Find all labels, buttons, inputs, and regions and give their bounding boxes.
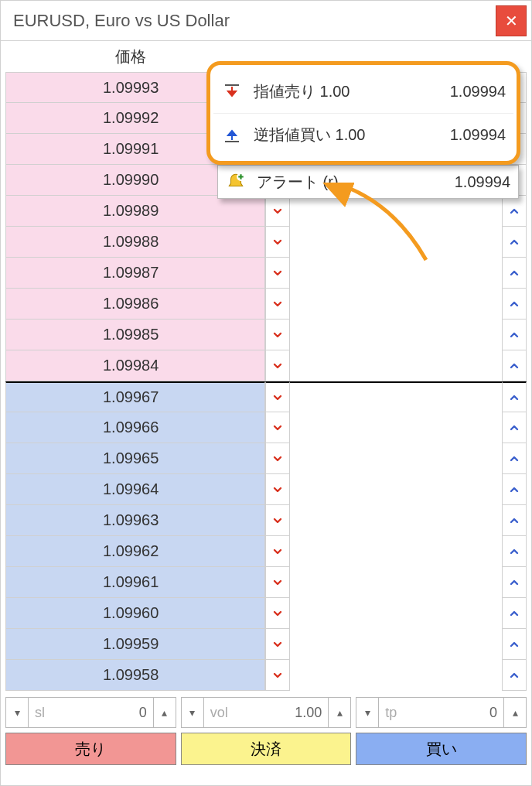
price-cell[interactable]: 1.09959 bbox=[5, 629, 265, 660]
svg-rect-2 bbox=[225, 141, 239, 142]
sl-spinner[interactable]: ▾ sl 0 ▴ bbox=[5, 697, 176, 728]
tp-value: 0 bbox=[489, 705, 497, 721]
price-up-button[interactable] bbox=[502, 412, 527, 443]
price-up-button[interactable] bbox=[502, 598, 527, 629]
alert-label: アラート (r) bbox=[257, 172, 422, 193]
sl-label: sl bbox=[35, 705, 45, 721]
price-down-button[interactable] bbox=[265, 660, 290, 691]
price-cell[interactable]: 1.09962 bbox=[5, 536, 265, 567]
tp-field[interactable]: tp 0 bbox=[379, 697, 503, 728]
price-cell[interactable]: 1.09988 bbox=[5, 227, 265, 258]
price-up-button[interactable] bbox=[502, 258, 527, 289]
price-up-button[interactable] bbox=[502, 350, 527, 381]
price-cell[interactable]: 1.09987 bbox=[5, 258, 265, 289]
alert-value: 1.09994 bbox=[433, 173, 510, 191]
alert-icon bbox=[226, 172, 246, 192]
price-down-button[interactable] bbox=[265, 536, 290, 567]
price-up-button[interactable] bbox=[502, 660, 527, 691]
price-down-button[interactable] bbox=[265, 629, 290, 660]
price-up-button[interactable] bbox=[502, 567, 527, 598]
price-down-button[interactable] bbox=[265, 474, 290, 505]
chevron-up-icon: ▴ bbox=[513, 706, 518, 719]
price-up-button[interactable] bbox=[502, 196, 527, 227]
price-down-button[interactable] bbox=[265, 443, 290, 474]
price-cell[interactable]: 1.09967 bbox=[5, 381, 265, 412]
price-cell[interactable]: 1.09960 bbox=[5, 598, 265, 629]
price-cell[interactable]: 1.09964 bbox=[5, 474, 265, 505]
vol-increment[interactable]: ▴ bbox=[328, 697, 351, 728]
price-up-button[interactable] bbox=[502, 629, 527, 660]
chevron-down-icon: ▾ bbox=[15, 706, 20, 719]
price-down-button[interactable] bbox=[265, 381, 290, 412]
sell-button[interactable]: 売り bbox=[5, 733, 176, 765]
price-down-button[interactable] bbox=[265, 412, 290, 443]
price-up-button[interactable] bbox=[502, 289, 527, 320]
tp-spinner[interactable]: ▾ tp 0 ▴ bbox=[356, 697, 527, 728]
price-cell[interactable]: 1.09961 bbox=[5, 567, 265, 598]
price-down-button[interactable] bbox=[265, 505, 290, 536]
price-down-button[interactable] bbox=[265, 227, 290, 258]
price-cell[interactable]: 1.09958 bbox=[5, 660, 265, 691]
buy-arrow-icon bbox=[221, 125, 243, 146]
buy-stop-value: 1.09994 bbox=[428, 126, 506, 144]
vol-label: vol bbox=[210, 705, 228, 721]
price-cell[interactable]: 1.09966 bbox=[5, 412, 265, 443]
buy-button[interactable]: 買い bbox=[356, 733, 527, 765]
sl-field[interactable]: sl 0 bbox=[29, 697, 153, 728]
close-position-button[interactable]: 決済 bbox=[181, 733, 352, 765]
context-menu-sell-limit[interactable]: 指値売り 1.00 1.09994 bbox=[213, 70, 513, 113]
context-menu-buy-stop[interactable]: 逆指値買い 1.00 1.09994 bbox=[213, 113, 513, 156]
price-up-button[interactable] bbox=[502, 505, 527, 536]
chevron-up-icon: ▴ bbox=[337, 706, 343, 719]
sl-decrement[interactable]: ▾ bbox=[5, 697, 29, 728]
buy-stop-label: 逆指値買い 1.00 bbox=[254, 125, 418, 145]
sell-limit-label: 指値売り 1.00 bbox=[254, 81, 418, 102]
price-cell[interactable]: 1.09984 bbox=[5, 350, 265, 381]
price-down-button[interactable] bbox=[265, 598, 290, 629]
price-cell[interactable]: 1.09963 bbox=[5, 505, 265, 536]
chevron-down-icon: ▾ bbox=[365, 706, 370, 719]
tp-increment[interactable]: ▴ bbox=[503, 697, 527, 728]
vol-field[interactable]: vol 1.00 bbox=[204, 697, 329, 728]
svg-rect-1 bbox=[225, 84, 239, 86]
sell-limit-value: 1.09994 bbox=[428, 83, 506, 101]
sell-arrow-icon bbox=[221, 80, 243, 102]
price-up-button[interactable] bbox=[502, 227, 527, 258]
price-cell[interactable]: 1.09986 bbox=[5, 289, 265, 320]
price-cell[interactable]: 1.09985 bbox=[5, 320, 265, 350]
price-down-button[interactable] bbox=[265, 289, 290, 320]
tp-label: tp bbox=[385, 705, 397, 721]
chevron-down-icon: ▾ bbox=[189, 706, 195, 719]
price-up-button[interactable] bbox=[502, 320, 527, 350]
context-menu-alert[interactable]: アラート (r) 1.09994 bbox=[217, 165, 519, 199]
price-down-button[interactable] bbox=[265, 350, 290, 381]
price-cell[interactable]: 1.09965 bbox=[5, 443, 265, 474]
tp-decrement[interactable]: ▾ bbox=[356, 697, 379, 728]
price-up-button[interactable] bbox=[502, 443, 527, 474]
context-menu-highlight: 指値売り 1.00 1.09994 逆指値買い 1.00 1.09994 bbox=[206, 61, 520, 165]
vol-value: 1.00 bbox=[295, 705, 322, 721]
price-down-button[interactable] bbox=[265, 567, 290, 598]
vol-decrement[interactable]: ▾ bbox=[181, 697, 204, 728]
window-title: EURUSD, Euro vs US Dollar bbox=[13, 11, 230, 31]
vol-spinner[interactable]: ▾ vol 1.00 ▴ bbox=[181, 697, 352, 728]
price-down-button[interactable] bbox=[265, 196, 290, 227]
close-icon: ✕ bbox=[505, 12, 518, 30]
sl-value: 0 bbox=[139, 705, 147, 721]
price-cell[interactable]: 1.09989 bbox=[5, 196, 265, 227]
chevron-up-icon: ▴ bbox=[162, 706, 167, 719]
sl-increment[interactable]: ▴ bbox=[153, 697, 176, 728]
price-up-button[interactable] bbox=[502, 474, 527, 505]
price-up-button[interactable] bbox=[502, 381, 527, 412]
price-down-button[interactable] bbox=[265, 258, 290, 289]
price-up-button[interactable] bbox=[502, 536, 527, 567]
price-down-button[interactable] bbox=[265, 320, 290, 350]
close-button[interactable]: ✕ bbox=[496, 5, 527, 36]
